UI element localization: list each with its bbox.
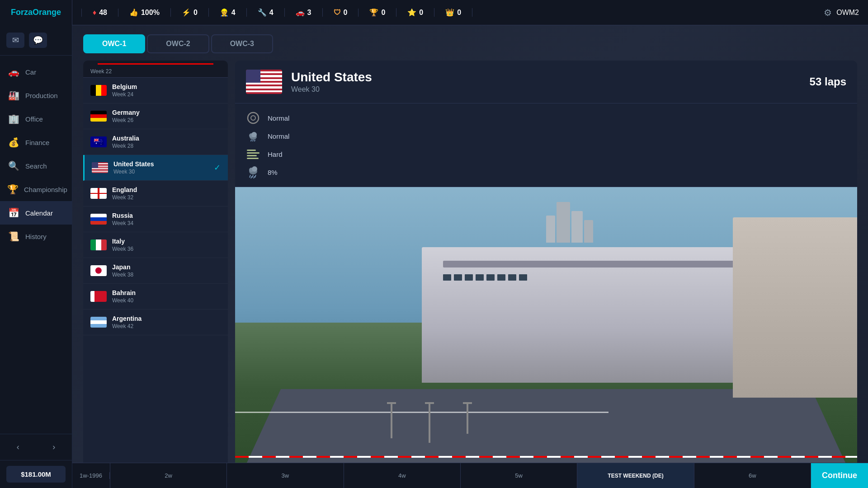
flag-argentina (90, 317, 107, 328)
race-item-england[interactable]: England Week 32 (83, 181, 228, 206)
detail-week: Week 30 (291, 85, 801, 94)
sidebar-item-production[interactable]: 🏭 Production (0, 84, 72, 107)
race-item-united-states[interactable]: United States Week 30 ✓ (83, 155, 228, 181)
svg-line-5 (251, 140, 251, 141)
flag-japan (90, 265, 107, 276)
finance-icon: 💰 (7, 137, 20, 148)
timeline-weeks: 2w 3w 4w 5w TEST WEEKEND (DE) 6w (110, 463, 811, 488)
condition-hard-label: Hard (268, 150, 283, 158)
race-name-united-states: United States (113, 160, 208, 168)
bottom-timeline: 1w-1996 2w 3w 4w 5w TEST WEEKEND (DE) 6w… (72, 463, 868, 488)
race-item-germany[interactable]: Germany Week 26 (83, 103, 228, 129)
race-name-belgium: Belgium (112, 83, 221, 90)
race-week-russia: Week 34 (112, 220, 221, 226)
shields-icon: 🛡 (334, 9, 341, 17)
tab-owc2[interactable]: OWC-2 (147, 34, 209, 53)
race-week-germany: Week 26 (112, 117, 221, 123)
condition-rain-percent: 8% (268, 169, 278, 176)
chat-icon-button[interactable]: 💬 (29, 33, 47, 48)
svg-line-15 (250, 175, 250, 178)
trophies-icon: 🏆 (369, 8, 378, 17)
sidebar-item-office[interactable]: 🏢 Office (0, 107, 72, 131)
car-icon: 🚗 (7, 66, 20, 77)
calendar-panel: Week 22 Belgium Week 24 Germany Week 2 (83, 61, 857, 488)
race-week-australia: Week 28 (112, 143, 221, 149)
race-name-japan: Japan (112, 263, 221, 271)
race-item-australia[interactable]: 🇦🇺 Australia Week 28 (83, 129, 228, 155)
top-bar: ForzaOrange ♦ 48 👍 100% ⚡ 0 👷 4 🔧 4 🚗 3 … (0, 0, 868, 25)
svg-point-0 (248, 113, 259, 123)
race-week-bahrain: Week 40 (112, 297, 221, 304)
sidebar-label-car: Car (25, 68, 36, 76)
svg-point-4 (251, 132, 257, 137)
svg-line-7 (255, 140, 255, 141)
cars-icon: 🚗 (296, 8, 305, 17)
boost-icon: 👍 (129, 8, 138, 17)
track-scene (235, 187, 857, 488)
sidebar-nav: 🚗 Car 🏭 Production 🏢 Office 💰 Finance 🔍 … (0, 56, 72, 434)
sidebar-item-finance[interactable]: 💰 Finance (0, 131, 72, 154)
race-item-argentina[interactable]: Argentina Week 42 (83, 310, 228, 335)
race-week-belgium: Week 24 (112, 91, 221, 98)
race-name-bahrain: Bahrain (112, 289, 221, 296)
nav-next-arrow[interactable]: › (36, 438, 72, 456)
continue-button[interactable]: Continue (811, 463, 868, 488)
championship-icon: 🏆 (7, 184, 19, 195)
race-selected-check: ✓ (214, 163, 221, 173)
logo-part1: ForzaOrange (11, 8, 61, 17)
detail-laps: 53 laps (810, 75, 846, 88)
svg-rect-11 (247, 150, 256, 151)
timeline-test-weekend: TEST WEEKEND (DE) (577, 463, 694, 488)
race-item-russia[interactable]: Russia Week 34 (83, 206, 228, 232)
race-item-belgium[interactable]: Belgium Week 24 (83, 78, 228, 103)
timeline-week-5w: 5w (461, 463, 577, 488)
sidebar: ✉ 💬 🚗 Car 🏭 Production 🏢 Office 💰 Financ… (0, 25, 72, 488)
stat-trophies: 🏆 0 (359, 8, 396, 17)
settings-icon[interactable]: ⚙ (824, 7, 832, 18)
flag-united-states (92, 162, 108, 173)
tab-owc1[interactable]: OWC-1 (83, 34, 145, 53)
race-item-bahrain[interactable]: Bahrain Week 40 (83, 284, 228, 310)
race-item-japan[interactable]: Japan Week 38 (83, 258, 228, 284)
office-icon: 🏢 (7, 113, 20, 124)
sidebar-top-icons: ✉ 💬 (0, 25, 72, 56)
stat-cars: 🚗 3 (285, 8, 323, 17)
race-week-united-states: Week 30 (113, 169, 208, 175)
tab-owc3[interactable]: OWC-3 (211, 34, 273, 53)
stat-diamonds: ♦ 48 (81, 9, 118, 17)
mail-icon-button[interactable]: ✉ (6, 33, 24, 48)
balance-button[interactable]: $181.00M (6, 466, 66, 483)
svg-point-1 (251, 116, 255, 120)
diamonds-icon: ♦ (93, 9, 96, 17)
sidebar-item-championship[interactable]: 🏆 Championship (0, 178, 72, 201)
race-week-argentina: Week 42 (112, 323, 221, 329)
race-track-image (235, 187, 857, 488)
race-week-japan: Week 38 (112, 272, 221, 278)
tools-icon: 🔧 (258, 8, 267, 17)
week-label: Week 22 (83, 61, 228, 78)
sidebar-label-finance: Finance (25, 139, 49, 146)
track-markings (235, 456, 857, 458)
timeline-week-3w: 3w (227, 463, 344, 488)
main-content: OWC-1 OWC-2 OWC-3 Week 22 Belgium Week 2… (72, 25, 868, 488)
sidebar-item-history[interactable]: 📜 History (0, 225, 72, 248)
stat-workers: 👷 4 (209, 8, 247, 17)
sidebar-item-search[interactable]: 🔍 Search (0, 154, 72, 178)
race-week-italy: Week 36 (112, 246, 221, 252)
energy-icon: ⚡ (182, 8, 191, 17)
grandstand-right (733, 217, 857, 398)
sidebar-item-car[interactable]: 🚗 Car (0, 60, 72, 84)
race-item-italy[interactable]: Italy Week 36 (83, 232, 228, 258)
race-name-germany: Germany (112, 109, 221, 116)
calendar-icon: 📅 (7, 207, 20, 218)
stat-tools: 🔧 4 (247, 8, 285, 17)
sidebar-item-calendar[interactable]: 📅 Calendar (0, 201, 72, 225)
tab-bar: OWC-1 OWC-2 OWC-3 (83, 34, 857, 53)
crowns-icon: 👑 (445, 8, 454, 17)
nav-prev-arrow[interactable]: ‹ (0, 438, 36, 456)
svg-rect-9 (247, 155, 257, 156)
condition-hard: Hard (246, 147, 846, 161)
timeline-week-6w: 6w (694, 463, 811, 488)
condition-tyres: Normal (246, 111, 846, 125)
svg-line-18 (251, 176, 252, 178)
